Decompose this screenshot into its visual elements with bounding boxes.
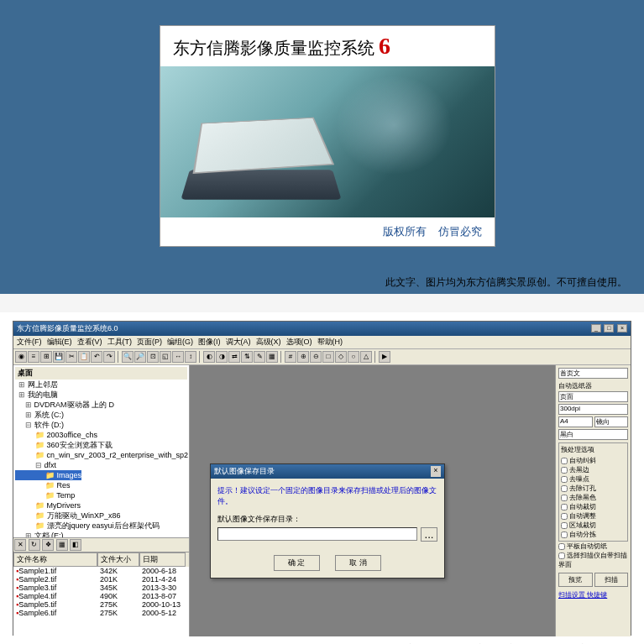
tree-node[interactable]: 📁 MyDrivers	[15, 500, 187, 510]
scan-button[interactable]: 扫描	[594, 573, 629, 587]
toolbar-icon[interactable]: 🔎	[134, 351, 146, 363]
option-checkbox[interactable]: 去黑边	[561, 465, 626, 474]
toolbar-icon[interactable]: ⊖	[310, 351, 322, 363]
preview-button[interactable]: 预览	[558, 573, 593, 587]
tree-node[interactable]: 📁 万能驱动_WinXP_x86	[15, 510, 187, 521]
toolbar-icon[interactable]: #	[285, 351, 296, 363]
option-checkbox[interactable]: 去除订孔	[561, 484, 626, 493]
toolbar-icon[interactable]: ↕	[185, 351, 196, 363]
tree-node[interactable]: ⊟ dfxt	[15, 460, 187, 470]
tree-node[interactable]: 📁 2003office_chs	[15, 430, 187, 440]
tree-node[interactable]: ⊞ 系统 (C:)	[15, 410, 187, 420]
orient-select[interactable]: 镜向	[594, 416, 629, 427]
browse-button[interactable]: ...	[421, 527, 437, 542]
tree-node[interactable]: ⊞ 我的电脑	[15, 390, 187, 400]
native-ui-checkbox[interactable]: 选择扫描仪自带扫描界面	[558, 551, 628, 569]
file-row[interactable]: ▪Sample4.tif490K2013-8-07	[13, 592, 189, 600]
file-row[interactable]: ▪Sample1.tif342K2000-6-18	[13, 567, 189, 575]
tree-node[interactable]: 📁 漂亮的jquery easyui后台框架代码	[15, 521, 187, 531]
scan-settings-link[interactable]: 扫描设置	[558, 591, 585, 599]
tool-icon[interactable]: ▦	[56, 539, 68, 551]
tree-node[interactable]: 📁 Res	[15, 480, 187, 490]
option-checkbox[interactable]: 自动纠斜	[561, 456, 626, 465]
menu-item[interactable]: 高级(X)	[256, 338, 281, 346]
toolbar-icon[interactable]: ⊡	[147, 351, 159, 363]
shortcut-link[interactable]: 快捷键	[587, 591, 607, 599]
toolbar-icon[interactable]: ⊞	[40, 351, 52, 363]
menu-item[interactable]: 编辑(E)	[47, 338, 72, 346]
folder-tree[interactable]: 桌面 ⊞ 网上邻居⊞ 我的电脑⊞ DVDRAM驱动器 上的 D⊞ 系统 (C:)…	[13, 365, 189, 537]
menu-item[interactable]: 文件(F)	[17, 338, 42, 346]
option-checkbox[interactable]: 自动裁切	[561, 502, 626, 511]
size-select[interactable]: A4	[558, 416, 593, 427]
file-row[interactable]: ▪Sample5.tif275K2000-10-13	[13, 600, 189, 609]
toolbar-icon[interactable]: ⇄	[228, 351, 240, 363]
toolbar-icon[interactable]: 💾	[53, 351, 65, 363]
toolbar-icon[interactable]: ◑	[216, 351, 228, 363]
file-list[interactable]: 文件名称 文件大小 日期 ▪Sample1.tif342K2000-6-18▪S…	[13, 552, 189, 636]
toolbar-icon[interactable]: ⇅	[241, 351, 253, 363]
toolbar-icon[interactable]: ✎	[254, 351, 265, 363]
file-row[interactable]: ▪Sample6.tif275K2000-5-12	[13, 609, 189, 617]
paper-select[interactable]: 页面	[558, 391, 628, 402]
toolbar-icon[interactable]: ↶	[91, 351, 102, 363]
option-checkbox[interactable]: 去噪点	[561, 474, 626, 484]
toolbar-icon[interactable]: ▶	[379, 351, 390, 363]
tool-icon[interactable]: ✕	[14, 539, 26, 551]
menu-item[interactable]: 调大(A)	[226, 338, 251, 346]
tree-node[interactable]: 📁 Temp	[15, 490, 187, 500]
menu-item[interactable]: 查看(V)	[77, 338, 102, 346]
tool-icon[interactable]: ◧	[70, 539, 81, 551]
file-row[interactable]: ▪Sample3.tif345K2013-3-30	[13, 584, 189, 592]
toolbar-icon[interactable]: ◉	[15, 351, 27, 363]
menu-item[interactable]: 工具(T)	[107, 338, 133, 346]
toolbar-icon[interactable]: ≡	[28, 351, 39, 363]
scanner-select[interactable]: 首页文	[558, 368, 628, 379]
toolbar-icon[interactable]: ○	[348, 351, 359, 363]
menu-item[interactable]: 选项(O)	[286, 338, 312, 346]
flatbed-checkbox[interactable]: 平板自动切纸	[558, 542, 628, 551]
toolbar-icon[interactable]: ◇	[335, 351, 347, 363]
toolbar-icon[interactable]: ✂	[65, 351, 77, 363]
toolbar-icon[interactable]: 📋	[78, 351, 90, 363]
menu-item[interactable]: 帮助(H)	[317, 338, 343, 346]
cancel-button[interactable]: 取 消	[335, 555, 381, 571]
menu-item[interactable]: 图像(I)	[198, 338, 221, 346]
tree-node[interactable]: ⊟ 软件 (D:)	[15, 420, 187, 430]
option-checkbox[interactable]: 去除黑色	[561, 493, 626, 502]
toolbar-icon[interactable]: ↔	[172, 351, 184, 363]
tree-node[interactable]: 📁 cn_win_srv_2003_r2_enterprise_with_sp2	[15, 450, 187, 460]
toolbar-icon[interactable]: ▦	[266, 351, 278, 363]
dialog-close-icon[interactable]: ×	[431, 466, 441, 477]
ok-button[interactable]: 确 定	[274, 555, 320, 571]
toolbar-icon[interactable]: 🔍	[122, 351, 134, 363]
toolbar-icon[interactable]: □	[322, 351, 334, 363]
option-checkbox[interactable]: 自动调整	[561, 511, 626, 521]
menu-item[interactable]: 编组(G)	[167, 338, 193, 346]
tree-node[interactable]: 📁 Images	[15, 470, 81, 480]
col-size[interactable]: 文件大小	[97, 552, 139, 567]
close-button[interactable]: ×	[617, 324, 627, 332]
dpi-select[interactable]: 300dpi	[558, 404, 628, 415]
menu-item[interactable]: 页面(P)	[137, 338, 162, 346]
col-date[interactable]: 日期	[139, 552, 186, 567]
tree-node[interactable]: 📁 360安全浏览器下载	[15, 440, 187, 450]
toolbar-icon[interactable]: ↷	[103, 351, 115, 363]
tree-node[interactable]: ⊞ DVDRAM驱动器 上的 D	[15, 400, 187, 410]
option-checkbox[interactable]: 区域裁切	[561, 521, 626, 530]
col-name[interactable]: 文件名称	[13, 552, 97, 567]
minimize-button[interactable]: _	[591, 324, 601, 332]
file-row[interactable]: ▪Sample2.tif201K2011-4-24	[13, 575, 189, 584]
maximize-button[interactable]: □	[604, 324, 614, 332]
tool-icon[interactable]: ↻	[29, 539, 40, 551]
toolbar-icon[interactable]: ◱	[160, 351, 171, 363]
toolbar-icon[interactable]: ⊕	[297, 351, 309, 363]
toolbar-icon[interactable]: △	[360, 351, 372, 363]
color-select[interactable]: 黑白	[558, 429, 628, 440]
toolbar-icon[interactable]: ◐	[203, 351, 215, 363]
tool-icon[interactable]: ❖	[42, 539, 54, 551]
directory-input[interactable]	[217, 527, 417, 541]
tree-node[interactable]: ⊞ 文档 (E:)	[15, 531, 187, 537]
tree-root[interactable]: 桌面	[15, 367, 187, 380]
tree-node[interactable]: ⊞ 网上邻居	[15, 380, 187, 390]
